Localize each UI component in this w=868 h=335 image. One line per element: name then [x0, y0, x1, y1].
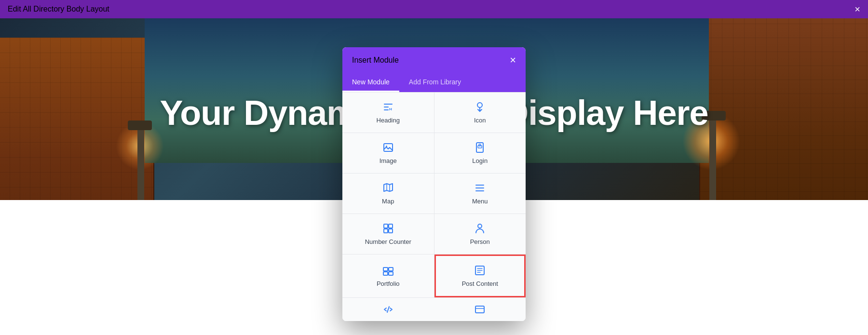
modal-overlay: Insert Module × New Module Add From Libr… [0, 18, 868, 335]
svg-rect-9 [384, 229, 388, 233]
module-item-map[interactable]: Map [342, 174, 434, 214]
modal-tabs: New Module Add From Library [342, 73, 526, 92]
post-content-icon [474, 265, 486, 276]
module-item-menu[interactable]: Menu [434, 174, 526, 214]
module-item-image[interactable]: Image [342, 133, 434, 173]
pricing-icon [474, 304, 486, 315]
module-label-image: Image [380, 157, 397, 164]
module-label-number-counter: Number Counter [365, 238, 411, 245]
login-icon [474, 142, 486, 153]
module-label-icon: Icon [474, 117, 486, 124]
tab-add-from-library[interactable]: Add From Library [399, 73, 471, 92]
module-label-login: Login [472, 157, 488, 164]
top-bar-title: Edit All Directory Body Layout [8, 5, 109, 13]
svg-point-11 [478, 224, 482, 228]
module-label-person: Person [470, 238, 490, 245]
portfolio-icon [382, 265, 394, 276]
modal-header: Insert Module × [342, 47, 526, 73]
heading-icon: H [382, 101, 394, 113]
tab-new-module[interactable]: New Module [342, 73, 399, 92]
top-bar-close-button[interactable]: × [854, 4, 860, 15]
menu-icon [474, 182, 486, 194]
svg-text:H: H [389, 107, 392, 111]
module-item-number-counter[interactable]: Number Counter [342, 214, 434, 254]
module-label-menu: Menu [472, 198, 488, 205]
svg-rect-12 [383, 268, 388, 271]
svg-rect-14 [383, 272, 388, 275]
svg-rect-10 [389, 229, 393, 233]
person-icon [474, 223, 486, 234]
module-item-heading[interactable]: H Heading [342, 93, 434, 133]
insert-module-modal: Insert Module × New Module Add From Libr… [342, 47, 526, 321]
module-grid: H Heading Icon [342, 92, 526, 297]
svg-rect-8 [389, 224, 393, 228]
top-bar: Edit All Directory Body Layout × [0, 0, 868, 18]
background-area: Your Dynam Display Here + + Insert Modul… [0, 18, 868, 335]
icon-icon [474, 101, 486, 113]
module-item-login[interactable]: Login [434, 133, 526, 173]
number-counter-icon [382, 223, 394, 234]
module-item-pricing[interactable] [434, 298, 526, 321]
modal-title: Insert Module [352, 56, 399, 65]
svg-point-1 [477, 103, 482, 107]
module-item-code[interactable] [342, 298, 434, 321]
module-item-post-content[interactable]: Post Content [434, 255, 526, 297]
image-icon [382, 142, 394, 153]
module-label-portfolio: Portfolio [377, 280, 400, 287]
module-item-person[interactable]: Person [434, 214, 526, 254]
svg-rect-15 [389, 272, 393, 275]
svg-point-6 [479, 144, 481, 146]
code-icon [382, 304, 394, 315]
map-icon [382, 182, 394, 194]
svg-rect-13 [389, 268, 393, 271]
module-label-heading: Heading [377, 117, 400, 124]
modal-close-button[interactable]: × [510, 55, 516, 66]
module-item-icon[interactable]: Icon [434, 93, 526, 133]
module-label-post-content: Post Content [462, 280, 498, 287]
module-item-portfolio[interactable]: Portfolio [342, 255, 434, 297]
svg-rect-17 [475, 306, 484, 313]
svg-rect-7 [384, 224, 388, 228]
module-label-map: Map [382, 198, 394, 205]
